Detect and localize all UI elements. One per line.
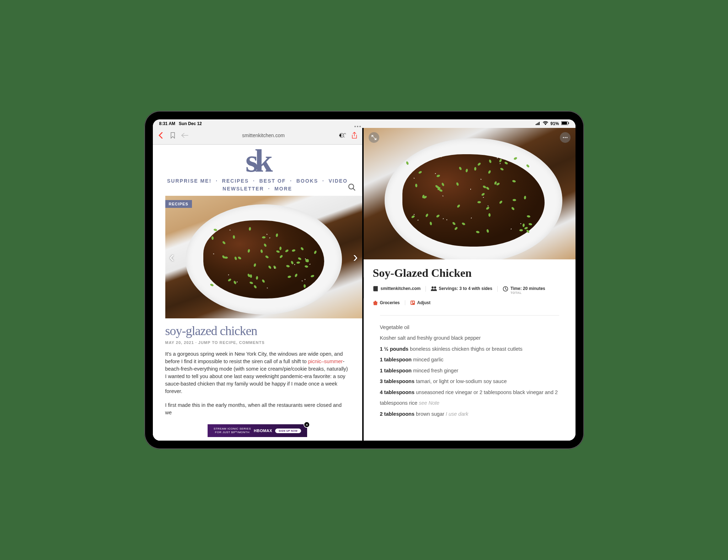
jump-to-recipe[interactable]: JUMP TO RECIPE	[198, 340, 236, 345]
status-right: 91%	[536, 121, 569, 126]
close-ad-icon[interactable]: ✕	[304, 421, 310, 428]
cellular-icon	[536, 121, 541, 126]
nav-item[interactable]: MORE	[274, 186, 292, 192]
recipe-time: Time: 20 minutes TOTAL	[503, 286, 550, 295]
svg-rect-14	[411, 301, 415, 305]
battery-percent: 91%	[550, 121, 559, 126]
people-icon	[431, 286, 437, 292]
battery-icon	[561, 121, 569, 126]
recipe-source[interactable]: smittenkitchen.com	[373, 286, 426, 292]
nav-item[interactable]: BOOKS	[296, 178, 318, 184]
article-body: It's a gorgeous spring week in New York …	[165, 350, 350, 395]
status-date: Sun Dec 12	[179, 121, 202, 126]
article-title: soy-glazed chicken	[165, 323, 350, 338]
nav-item[interactable]: VIDEO	[328, 178, 348, 184]
carousel-next[interactable]: ›	[353, 249, 358, 265]
recipe-title: Soy-Glazed Chicken	[373, 266, 566, 280]
recipe-photo	[364, 128, 576, 259]
category-tag[interactable]: RECIPES	[165, 200, 192, 208]
bookmarks-button[interactable]	[168, 131, 177, 140]
primary-nav: SURPRISE ME! · RECIPES · BEST OF · BOOKS…	[153, 176, 362, 194]
url-bar[interactable]: smittenkitchen.com	[193, 130, 334, 141]
ingredient-row[interactable]: 3 tablespoons tamari, or light or low-so…	[380, 376, 559, 387]
scroll-indicator	[364, 277, 364, 298]
back-button[interactable]	[156, 131, 165, 140]
groceries-button[interactable]: Groceries	[373, 300, 405, 305]
svg-rect-15	[411, 301, 412, 304]
status-time: 8:31 AM	[159, 121, 176, 126]
clock-icon	[503, 286, 508, 292]
bag-icon	[373, 300, 378, 305]
svg-rect-1	[537, 123, 537, 125]
svg-point-8	[563, 137, 564, 138]
svg-point-10	[566, 137, 567, 138]
expand-button[interactable]	[369, 132, 379, 143]
article-body: I first made this in the early months, w…	[165, 402, 350, 416]
hero-carousel: RECIPES ‹ ›	[165, 196, 362, 318]
safari-toolbar: smittenkitchen.com	[153, 128, 362, 145]
book-icon	[373, 286, 379, 292]
nav-item[interactable]: RECIPES	[222, 178, 249, 184]
svg-rect-16	[413, 301, 414, 303]
inline-link[interactable]: summer	[324, 359, 343, 364]
svg-rect-6	[568, 122, 569, 124]
svg-point-11	[432, 286, 434, 289]
search-icon[interactable]	[348, 183, 356, 191]
inline-link[interactable]: picnic	[308, 359, 321, 364]
svg-rect-0	[536, 124, 536, 125]
share-button[interactable]	[350, 131, 359, 140]
nav-item[interactable]: BEST OF	[259, 178, 286, 184]
ingredient-row[interactable]: 2 tablespoons brown sugar I use dark	[380, 409, 559, 419]
adjust-button[interactable]: Adjust	[410, 300, 435, 305]
svg-point-12	[434, 286, 436, 289]
food-photo	[186, 204, 342, 314]
ingredient-row[interactable]: 1 tablespoon minced fresh ginger	[380, 365, 559, 376]
carousel-prev[interactable]: ‹	[170, 249, 174, 265]
site-logo[interactable]: sk	[153, 145, 362, 176]
nav-item[interactable]: SURPRISE ME!	[167, 178, 212, 184]
ingredient-row[interactable]: Vegetable oil	[380, 322, 559, 333]
svg-rect-5	[562, 122, 567, 125]
wifi-icon	[543, 121, 548, 126]
comments-link[interactable]: COMMENTS	[239, 340, 264, 345]
article-meta: MAY 20, 2021 · JUMP TO RECIPE, COMMENTS	[165, 340, 350, 345]
nav-item[interactable]: NEWSLETTER	[223, 186, 264, 192]
svg-rect-2	[538, 123, 539, 125]
status-left: 8:31 AM Sun Dec 12	[159, 121, 202, 126]
split-handle[interactable]	[354, 126, 361, 127]
svg-point-9	[564, 137, 566, 138]
recipe-servings: Servings: 3 to 4 with sides	[431, 286, 498, 292]
ingredient-row[interactable]: 1 ½ pounds boneless skinless chicken thi…	[380, 344, 559, 354]
ingredient-row[interactable]: 1 tablespoon minced garlic	[380, 354, 559, 365]
svg-point-7	[349, 184, 354, 189]
more-button[interactable]	[560, 132, 571, 143]
back-disabled	[181, 131, 189, 140]
adjust-icon	[410, 300, 415, 305]
svg-rect-3	[539, 122, 540, 125]
reader-button[interactable]	[338, 131, 347, 140]
ingredient-row[interactable]: 4 tablespoons unseasoned rice vinegar or…	[380, 387, 559, 409]
ingredients-list: Vegetable oilKosher salt and freshly gro…	[373, 322, 566, 419]
ingredient-row[interactable]: Kosher salt and freshly ground black pep…	[380, 333, 559, 343]
banner-ad[interactable]: STREAM ICONIC SERIES FOR JUST $9⁹⁹/MONTH…	[208, 424, 307, 437]
